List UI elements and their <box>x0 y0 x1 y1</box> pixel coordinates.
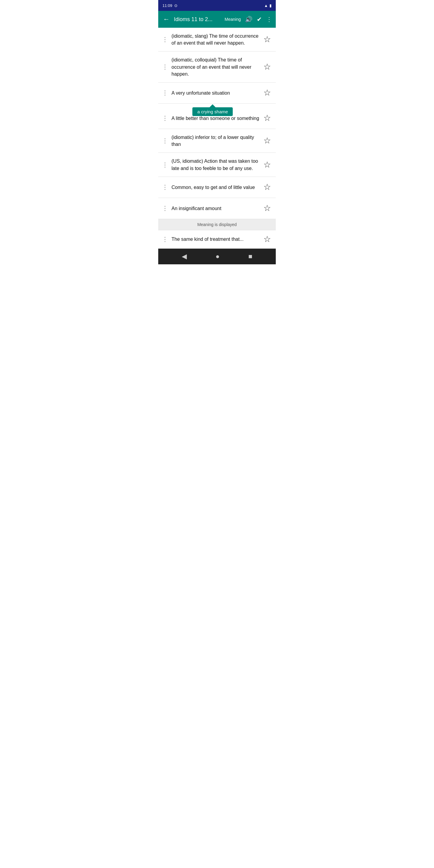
list-item: ⋮ (idiomatic) inferior to; of a lower qu… <box>158 129 276 153</box>
star-button[interactable]: ☆ <box>261 63 273 71</box>
drag-handle[interactable]: ⋮ <box>161 38 172 41</box>
status-right: ▲ ▮ <box>264 3 272 8</box>
drag-handle[interactable]: ⋮ <box>161 207 172 210</box>
status-left: 11:09 ⊙ <box>162 3 178 8</box>
drag-handle[interactable]: ⋮ <box>161 91 172 95</box>
snackbar-text: Meaning is displayed <box>197 222 237 227</box>
item-text: Common, easy to get and of little value <box>172 184 261 191</box>
list-item: ⋮ (idiomatic, colloquial) The time of oc… <box>158 52 276 83</box>
star-button[interactable]: ☆ <box>261 161 273 169</box>
item-text: A very unfortunate situation <box>172 90 261 96</box>
star-button[interactable]: ☆ <box>261 114 273 122</box>
list-item: ⋮ Common, easy to get and of little valu… <box>158 177 276 198</box>
item-text: The same kind of treatment that... <box>172 236 261 243</box>
item-text: (US, idiomatic) Action that was taken to… <box>172 158 261 172</box>
idioms-list: ⋮ (idiomatic, slang) The time of occurre… <box>158 28 276 249</box>
star-button[interactable]: ☆ <box>261 136 273 145</box>
list-item: ⋮ An insignificant amount ☆ <box>158 198 276 219</box>
more-options-button[interactable]: ⋮ <box>266 16 272 23</box>
drag-handle[interactable]: ⋮ <box>161 163 172 167</box>
nav-home-button[interactable]: ● <box>210 250 225 263</box>
app-bar-actions: 🔊 ✔ ⋮ <box>245 16 272 23</box>
item-text: An insignificant amount <box>172 205 261 212</box>
list-item: ⋮ (US, idiomatic) Action that was taken … <box>158 153 276 177</box>
drag-handle[interactable]: ⋮ <box>161 65 172 69</box>
list-item-partial: ⋮ The same kind of treatment that... ☆ <box>158 230 276 249</box>
check-button[interactable]: ✔ <box>257 16 262 23</box>
time-display: 11:09 <box>162 3 173 8</box>
star-button[interactable]: ☆ <box>261 35 273 44</box>
drag-handle[interactable]: ⋮ <box>161 185 172 189</box>
battery-icon: ▮ <box>270 3 272 8</box>
snackbar: Meaning is displayed <box>158 219 276 230</box>
app-bar-title: Idioms 11 to 2... <box>174 16 221 23</box>
at-icon: ⊙ <box>174 3 178 8</box>
star-button[interactable]: ☆ <box>261 89 273 97</box>
drag-handle[interactable]: ⋮ <box>161 238 172 241</box>
star-button[interactable]: ☆ <box>261 235 273 244</box>
item-text: (idiomatic) inferior to; of a lower qual… <box>172 134 261 148</box>
status-bar: 11:09 ⊙ ▲ ▮ <box>158 0 276 11</box>
volume-button[interactable]: 🔊 <box>245 16 253 23</box>
tooltip-box: a crying shame <box>193 107 233 116</box>
drag-handle[interactable]: ⋮ <box>161 116 172 120</box>
nav-recents-button[interactable]: ■ <box>242 250 258 263</box>
bottom-nav: ◀ ● ■ <box>158 249 276 264</box>
star-button[interactable]: ☆ <box>261 204 273 213</box>
back-button[interactable]: ← <box>162 14 171 24</box>
tooltip-container: a crying shame <box>193 107 233 116</box>
item-text: (idiomatic, slang) The time of occurrenc… <box>172 33 261 46</box>
meaning-button[interactable]: Meaning <box>224 17 241 22</box>
app-bar: ← Idioms 11 to 2... Meaning 🔊 ✔ ⋮ <box>158 11 276 28</box>
list-item: ⋮ A very unfortunate situation ☆ a cryin… <box>158 83 276 104</box>
drag-handle[interactable]: ⋮ <box>161 139 172 143</box>
signal-icon: ▲ <box>264 3 268 8</box>
item-text: (idiomatic, colloquial) The time of occu… <box>172 56 261 78</box>
star-button[interactable]: ☆ <box>261 183 273 191</box>
tooltip-text: a crying shame <box>197 109 228 114</box>
list-item: ⋮ (idiomatic, slang) The time of occurre… <box>158 28 276 52</box>
nav-back-button[interactable]: ◀ <box>176 250 193 263</box>
